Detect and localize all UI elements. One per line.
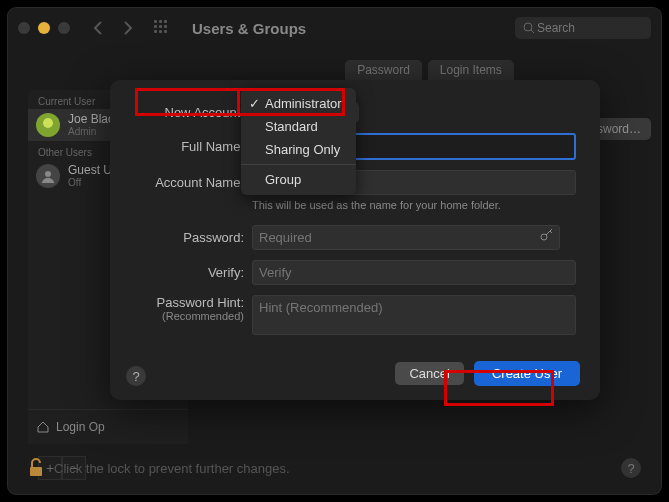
avatar [36, 113, 60, 137]
search-field[interactable] [515, 17, 651, 39]
svg-rect-4 [30, 467, 42, 476]
lock-row: Click the lock to prevent further change… [28, 458, 290, 478]
key-icon[interactable] [540, 229, 554, 243]
search-input[interactable] [535, 20, 619, 36]
dropdown-item-standard[interactable]: Standard [241, 115, 356, 138]
dropdown-separator [241, 164, 356, 165]
window-title: Users & Groups [192, 20, 306, 37]
lock-icon[interactable] [28, 458, 44, 478]
dropdown-item-group[interactable]: Group [241, 168, 356, 191]
hint-input[interactable] [252, 295, 576, 335]
cancel-button[interactable]: Cancel [395, 362, 463, 385]
full-name-label: Full Name: [110, 139, 252, 154]
titlebar: Users & Groups [8, 8, 661, 48]
zoom-window-button[interactable] [58, 22, 70, 34]
account-name-label: Account Name: [110, 175, 252, 190]
help-button[interactable]: ? [621, 458, 641, 478]
back-button[interactable] [88, 18, 108, 38]
dropdown-item-sharing-only[interactable]: Sharing Only [241, 138, 356, 161]
login-options-button[interactable]: Login Op [28, 420, 113, 434]
search-icon [523, 22, 535, 34]
svg-point-0 [524, 23, 532, 31]
traffic-lights [18, 22, 70, 34]
dropdown-item-administrator[interactable]: Administrator [241, 92, 356, 115]
create-user-button[interactable]: Create User [474, 361, 580, 386]
sidebar-footer: Login Op [28, 409, 188, 444]
user-name: Guest U [68, 164, 112, 177]
user-role: Off [68, 177, 112, 188]
verify-input[interactable] [252, 260, 576, 285]
show-all-icon[interactable] [154, 20, 170, 36]
forward-button[interactable] [118, 18, 138, 38]
close-window-button[interactable] [18, 22, 30, 34]
svg-point-3 [45, 171, 51, 177]
minimize-window-button[interactable] [38, 22, 50, 34]
house-icon [36, 420, 50, 434]
password-input[interactable] [252, 225, 560, 250]
sheet-help-button[interactable]: ? [126, 366, 146, 386]
account-type-dropdown[interactable]: Administrator Standard Sharing Only Grou… [241, 88, 356, 195]
account-name-hint: This will be used as the name for your h… [252, 199, 600, 211]
hint-label: Password Hint: (Recommended) [110, 295, 252, 322]
password-label: Password: [110, 230, 252, 245]
avatar [36, 164, 60, 188]
lock-text: Click the lock to prevent further change… [54, 461, 290, 476]
svg-point-2 [43, 118, 53, 128]
verify-label: Verify: [110, 265, 252, 280]
new-account-label: New Account: [110, 105, 252, 120]
